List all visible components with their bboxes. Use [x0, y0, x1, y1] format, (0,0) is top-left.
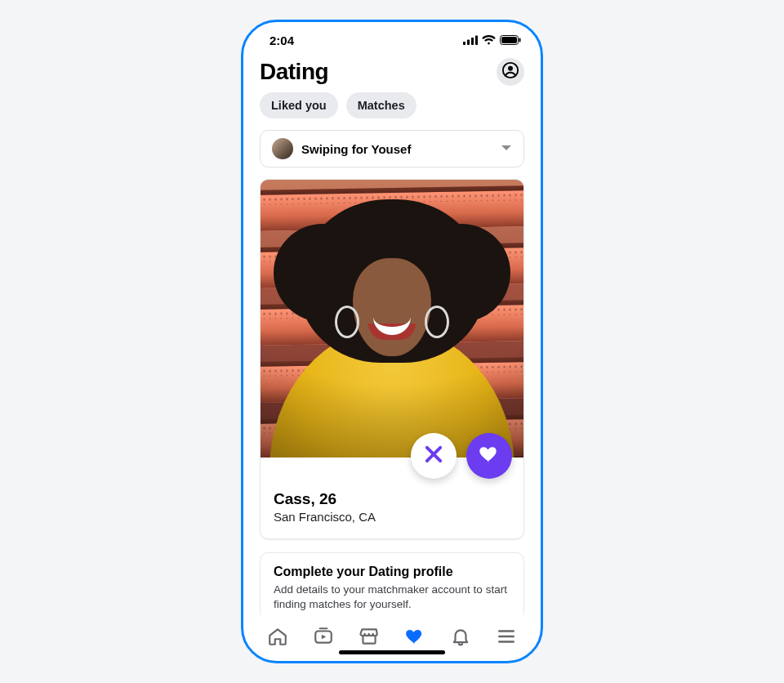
person-circle-icon — [501, 61, 519, 83]
svg-rect-3 — [475, 36, 478, 46]
page-title: Dating — [260, 59, 328, 85]
filter-chips: Liked you Matches — [243, 92, 541, 130]
chip-matches[interactable]: Matches — [346, 92, 416, 118]
status-time: 2:04 — [270, 33, 294, 47]
nav-notifications[interactable] — [449, 627, 472, 650]
wifi-icon — [482, 35, 496, 45]
menu-icon — [496, 626, 517, 650]
svg-point-8 — [508, 66, 513, 71]
profile-avatar-button[interactable] — [497, 58, 524, 86]
content-scroll[interactable]: Swiping for Yousef — [243, 130, 541, 615]
svg-rect-1 — [467, 40, 470, 46]
complete-profile-card[interactable]: Complete your Dating profile Add details… — [260, 552, 524, 615]
bell-icon — [450, 626, 471, 650]
heart-icon — [404, 626, 425, 650]
profile-card[interactable]: Cass, 26 San Francisco, CA — [260, 179, 524, 539]
nav-dating[interactable] — [403, 627, 426, 650]
like-button[interactable] — [466, 433, 512, 479]
video-icon — [313, 626, 334, 650]
phone-frame: 2:04 Dating — [241, 20, 543, 663]
swipe-for-selector[interactable]: Swiping for Yousef — [260, 130, 524, 167]
heart-icon — [478, 443, 501, 469]
chip-liked-you[interactable]: Liked you — [260, 92, 338, 118]
svg-rect-6 — [519, 38, 521, 42]
swipe-for-label: Swiping for Yousef — [301, 142, 492, 156]
profile-location: San Francisco, CA — [274, 510, 510, 524]
swipe-actions — [411, 433, 512, 479]
swipe-for-avatar — [272, 138, 293, 159]
status-indicators — [463, 35, 521, 45]
chevron-down-icon — [501, 141, 512, 156]
promo-body: Add details to your matchmaker account t… — [274, 583, 510, 611]
status-bar: 2:04 — [243, 22, 541, 53]
promo-title: Complete your Dating profile — [274, 565, 510, 579]
close-icon — [422, 443, 445, 469]
profile-photo[interactable] — [261, 180, 523, 458]
nav-watch[interactable] — [312, 627, 335, 650]
pass-button[interactable] — [411, 433, 457, 479]
home-icon — [267, 626, 288, 650]
svg-rect-5 — [501, 37, 517, 43]
home-indicator — [339, 650, 445, 654]
phone-screen: 2:04 Dating — [243, 22, 541, 661]
nav-marketplace[interactable] — [358, 627, 381, 650]
battery-icon — [500, 35, 521, 45]
profile-name-age: Cass, 26 — [274, 490, 510, 508]
nav-home[interactable] — [266, 627, 289, 650]
svg-rect-2 — [471, 38, 474, 45]
page-header: Dating — [243, 53, 541, 92]
nav-menu[interactable] — [495, 627, 518, 650]
svg-rect-0 — [463, 42, 466, 45]
marketplace-icon — [359, 626, 380, 650]
cellular-icon — [463, 35, 478, 45]
